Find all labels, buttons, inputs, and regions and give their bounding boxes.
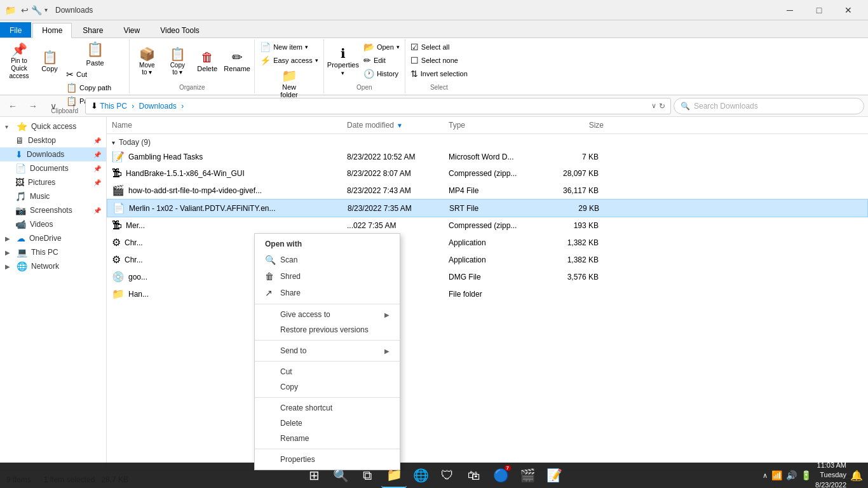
sidebar-item-music[interactable]: 🎵 Music xyxy=(0,189,106,203)
table-row[interactable]: 🎬 how-to-add-srt-file-to-mp4-video-givef… xyxy=(107,182,868,199)
table-row[interactable]: 📁 Han... ...022 8:12 AM File folder xyxy=(107,285,868,302)
delete-button[interactable]: 🗑 Delete xyxy=(193,41,221,83)
easy-access-button[interactable]: ⚡ Easy access ▾ xyxy=(257,54,321,67)
new-folder-button[interactable]: 📁 New folder xyxy=(273,67,305,101)
table-row[interactable]: 🗜 HandBrake-1.5.1-x86_64-Win_GUI 8/23/20… xyxy=(107,165,868,182)
paste-button[interactable]: 📋 Paste xyxy=(64,41,126,67)
sidebar-item-videos[interactable]: 📹 Videos xyxy=(0,217,106,231)
qa-undo[interactable]: ↩ xyxy=(21,5,29,15)
store-taskbar-button[interactable]: 🛍 xyxy=(461,463,487,488)
ctx-delete-label: Delete xyxy=(280,419,302,428)
this-pc-crumb[interactable]: This PC xyxy=(100,102,127,111)
ctx-give-access[interactable]: Give access to ▶ xyxy=(255,307,400,322)
minimize-button[interactable]: ─ xyxy=(775,0,804,20)
ctx-restore[interactable]: Restore previous versions xyxy=(255,322,400,337)
copy-to-button[interactable]: 📋 Copy to ▾ xyxy=(163,41,192,83)
col-header-type[interactable]: Type xyxy=(444,119,545,131)
close-button[interactable]: ✕ xyxy=(834,0,863,20)
tab-file[interactable]: File xyxy=(0,22,31,37)
up-button[interactable]: ↑ xyxy=(65,97,83,115)
properties-icon: ℹ xyxy=(341,47,346,60)
address-dropdown[interactable]: ∨ xyxy=(651,102,656,110)
table-row[interactable]: 🗜 Mer... ...022 7:35 AM Compressed (zipp… xyxy=(107,217,868,234)
chevron-up-icon[interactable]: ∧ xyxy=(763,471,768,480)
pin-to-quick-access-button[interactable]: 📌 Pin to Quick access xyxy=(3,41,36,83)
refresh-button[interactable]: ↻ xyxy=(659,102,665,111)
sidebar-item-quick-access[interactable]: ▾ ⭐ Quick access xyxy=(0,119,106,133)
file-list: 📝 Gambling Head Tasks 8/23/2022 10:52 AM… xyxy=(107,148,868,302)
ribbon-group-open: ℹ Properties ▾ 📂 Open ▾ ✏ Edit 🕐 History xyxy=(324,39,405,93)
sidebar-item-screenshots[interactable]: 📷 Screenshots 📌 xyxy=(0,203,106,217)
select-all-button[interactable]: ☑ Select all xyxy=(408,41,470,53)
ctx-rename[interactable]: Rename xyxy=(255,431,400,446)
sidebar-item-onedrive[interactable]: ▶ ☁ OneDrive xyxy=(0,231,106,245)
file-type-cell: Microsoft Word D... xyxy=(444,151,545,163)
forward-button[interactable]: → xyxy=(24,97,42,115)
volume-icon[interactable]: 🔊 xyxy=(786,470,797,480)
file-size-cell: 7 KB xyxy=(545,151,609,163)
address-input[interactable]: ⬇ This PC › Downloads › ∨ ↻ xyxy=(85,98,671,114)
ctx-cut[interactable]: Cut xyxy=(255,364,400,379)
maximize-button[interactable]: □ xyxy=(804,0,834,20)
ctx-copy[interactable]: Copy xyxy=(255,379,400,395)
rename-button[interactable]: ✏ Rename xyxy=(222,41,252,83)
select-none-button[interactable]: ☐ Select none xyxy=(408,54,470,67)
edge-taskbar-button[interactable]: 🌐 xyxy=(408,463,433,488)
copy-button[interactable]: 📋 Copy xyxy=(37,41,62,83)
col-header-date[interactable]: Date modified ▼ xyxy=(342,119,444,131)
new-item-button[interactable]: 📄 New item ▾ xyxy=(257,41,321,53)
search-box[interactable]: 🔍 Search Downloads xyxy=(674,98,864,114)
system-clock[interactable]: 11:03 AM Tuesday 8/23/2022 xyxy=(815,461,846,488)
copy-path-button[interactable]: 📋 Copy path xyxy=(64,81,126,94)
desktop-icon: 🖥 xyxy=(15,135,24,146)
downloads-crumb[interactable]: Downloads xyxy=(139,102,177,111)
mcafee-taskbar-button[interactable]: 🛡 xyxy=(435,463,460,488)
ctx-shred[interactable]: 🗑 Shred xyxy=(255,268,400,285)
back-button[interactable]: ← xyxy=(4,97,22,115)
sidebar-item-this-pc[interactable]: ▶ 💻 This PC xyxy=(0,245,106,259)
ctx-send-to[interactable]: Send to ▶ xyxy=(255,343,400,358)
table-row[interactable]: 📝 Gambling Head Tasks 8/23/2022 10:52 AM… xyxy=(107,148,868,165)
table-row[interactable]: 💿 goo... ...022 7:18 AM DMG File 3,576 K… xyxy=(107,268,868,285)
move-to-button[interactable]: 📦 Move to ▾ xyxy=(132,41,161,83)
file-type-cell: DMG File xyxy=(444,271,545,283)
col-header-size[interactable]: Size xyxy=(545,119,609,131)
tab-home[interactable]: Home xyxy=(32,23,72,38)
context-menu: Open with 🔍 Scan 🗑 Shred ↗ Share xyxy=(254,233,400,470)
recent-button[interactable]: ∨ xyxy=(44,97,62,115)
edit-button[interactable]: ✏ Edit xyxy=(361,54,402,67)
file-name: goo... xyxy=(128,273,147,281)
ctx-share[interactable]: ↗ Share xyxy=(255,285,400,301)
sidebar-item-desktop[interactable]: 🖥 Desktop 📌 xyxy=(0,133,106,147)
sidebar-item-network[interactable]: ▶ 🌐 Network xyxy=(0,259,106,273)
properties-button[interactable]: ℹ Properties ▾ xyxy=(327,41,360,83)
ctx-delete[interactable]: Delete xyxy=(255,416,400,431)
file-type-icon: 🎬 xyxy=(112,184,125,196)
qa-dropdown[interactable]: ▾ xyxy=(44,6,48,13)
tab-view[interactable]: View xyxy=(114,22,149,37)
ctx-scan[interactable]: 🔍 Scan xyxy=(255,252,400,268)
file-size-cell: 1,382 KB xyxy=(545,254,609,266)
ctx-properties[interactable]: Properties xyxy=(255,452,400,467)
chrome-taskbar-button[interactable]: 🔵 7 xyxy=(488,463,513,488)
group-header-today[interactable]: ▾ Today (9) xyxy=(107,134,868,148)
sidebar-item-downloads[interactable]: ⬇ Downloads 📌 xyxy=(0,147,106,161)
ctx-create-shortcut[interactable]: Create shortcut xyxy=(255,400,400,416)
col-header-name[interactable]: Name xyxy=(107,119,342,131)
search-placeholder: Search Downloads xyxy=(694,102,758,111)
open-button[interactable]: 📂 Open ▾ xyxy=(361,41,402,53)
sidebar-item-pictures[interactable]: 🖼 Pictures 📌 xyxy=(0,175,106,189)
sidebar-item-documents[interactable]: 📄 Documents 📌 xyxy=(0,161,106,175)
table-row[interactable]: 📄 Merlin - 1x02 - Valiant.PDTV.AFFiNiTY.… xyxy=(107,199,868,217)
tab-video-tools[interactable]: Video Tools xyxy=(151,22,209,37)
table-row[interactable]: ⚙ Chr... ...022 7:25 AM Application 1,38… xyxy=(107,234,868,251)
vlc-taskbar-button[interactable]: 🎬 xyxy=(515,463,540,488)
word-taskbar-button[interactable]: 📝 xyxy=(541,463,567,488)
table-row[interactable]: ⚙ Chr... ...022 7:24 AM Application 1,38… xyxy=(107,251,868,268)
notification-icon[interactable]: 🔔 xyxy=(850,470,863,482)
qa-properties[interactable]: 🔧 xyxy=(31,5,42,15)
history-button[interactable]: 🕐 History xyxy=(361,67,402,80)
cut-button[interactable]: ✂ Cut xyxy=(64,68,126,81)
invert-selection-button[interactable]: ⇅ Invert selection xyxy=(408,67,470,80)
tab-share[interactable]: Share xyxy=(73,22,112,37)
